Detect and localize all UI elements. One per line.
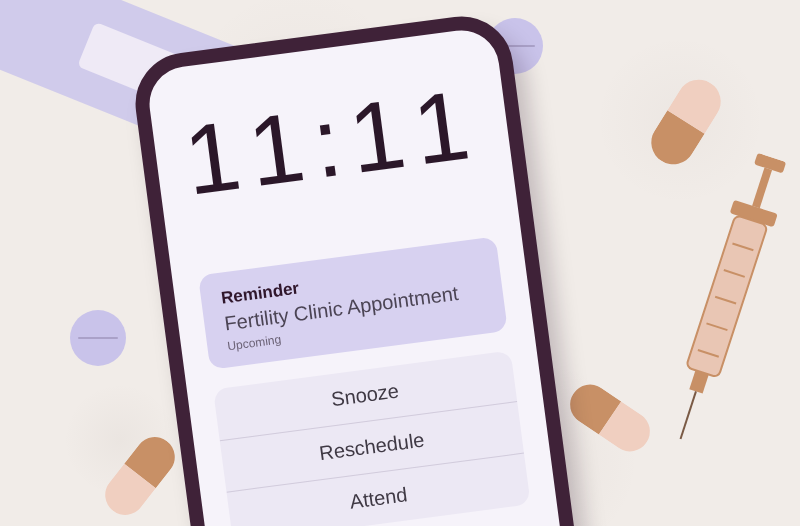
phone-screen: 11:11 Reminder Fertility Clinic Appointm… [145,26,579,526]
svg-rect-10 [689,370,708,393]
reminder-card[interactable]: Reminder Fertility Clinic Appointment Up… [198,236,508,369]
pill-tablet-icon [70,310,126,366]
svg-rect-11 [680,391,697,439]
lock-screen-clock: 11:11 [176,67,488,218]
svg-rect-1 [752,168,772,209]
reminder-actions: Snooze Reschedule Attend [213,350,531,526]
